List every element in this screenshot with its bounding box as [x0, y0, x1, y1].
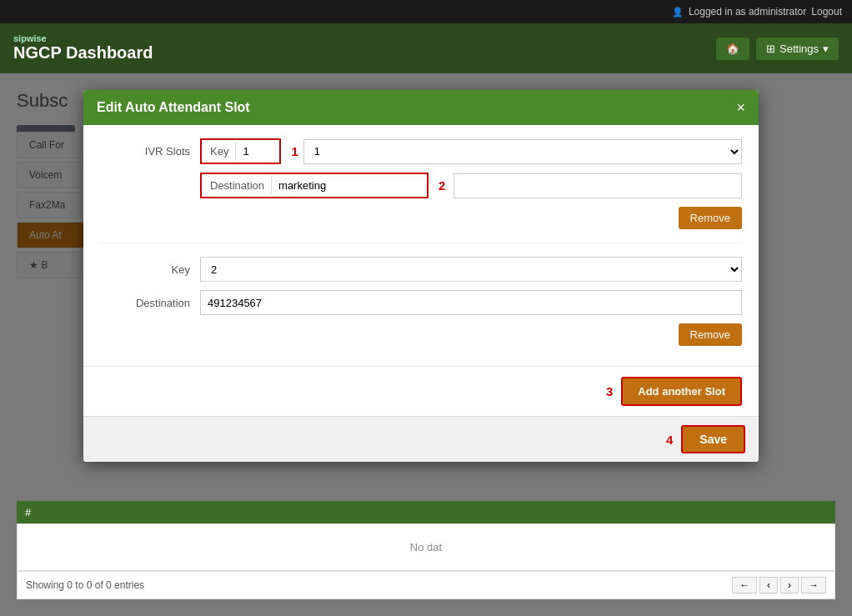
table-footer: Showing 0 to 0 of 0 entries ← ‹ › →: [17, 571, 835, 599]
slot1-key-select[interactable]: 0 1 2 3 4 5 6 7 8 9 * #: [303, 139, 742, 164]
ivr-slots-label: IVR Slots: [100, 145, 200, 158]
user-icon: 👤: [672, 7, 684, 18]
slot-divider: [100, 243, 742, 243]
annotation-3: 3: [606, 384, 613, 398]
slot1-dest-extra-input[interactable]: [454, 173, 742, 198]
pag-next[interactable]: ›: [780, 577, 799, 593]
add-slot-button[interactable]: Add another Slot: [621, 377, 742, 406]
header: sipwise NGCP Dashboard 🏠 ⊞ Settings ▾: [0, 23, 852, 73]
home-icon: 🏠: [726, 43, 739, 55]
table-no-data: No dat: [17, 523, 835, 571]
modal-edit-slot: Edit Auto Attendant Slot × IVR Slots Key…: [83, 90, 759, 462]
slot1-key-label: Key: [203, 142, 236, 161]
slot2-key-label: Key: [100, 263, 200, 276]
slot2-btn-row: Remove: [100, 323, 742, 346]
slot1-key-group: Key: [200, 138, 281, 164]
add-slot-row: 3 Add another Slot: [83, 366, 759, 416]
modal-header: Edit Auto Attendant Slot ×: [83, 90, 759, 125]
modal-close-button[interactable]: ×: [736, 100, 745, 115]
pag-prev[interactable]: ‹: [759, 577, 778, 593]
slot2-dest-label: Destination: [100, 297, 200, 309]
slot2-key-wrap: 0 1 2 3 4 5 6 7 8 9 * #: [200, 257, 742, 282]
slot2-remove-button[interactable]: Remove: [679, 323, 742, 346]
slot1-btn-row: Remove: [100, 207, 742, 229]
slot2-key-row: Key 0 1 2 3 4 5 6 7 8 9: [100, 257, 742, 282]
slot1-dest-input[interactable]: [272, 176, 425, 195]
save-button[interactable]: Save: [681, 425, 745, 453]
chevron-down-icon: ▾: [823, 43, 829, 55]
modal-footer: 4 Save: [83, 416, 759, 462]
table-header: #: [17, 501, 835, 523]
header-actions: 🏠 ⊞ Settings ▾: [716, 38, 839, 60]
settings-button[interactable]: ⊞ Settings ▾: [756, 38, 839, 60]
annotation-4: 4: [666, 433, 673, 447]
logout-link[interactable]: Logout: [811, 6, 842, 18]
brand-name: sipwise: [13, 34, 153, 43]
annotation-1: 1: [291, 144, 298, 158]
slot1-key-wrap: Key 1 0 1 2 3 4 5 6 7: [200, 138, 742, 164]
slots-scroll-area[interactable]: IVR Slots Key 1 0 1 2 3 4: [83, 125, 759, 366]
slot2-dest-input[interactable]: [200, 290, 742, 315]
slot1-destination-label: Destination: [203, 176, 272, 195]
slot2-key-select[interactable]: 0 1 2 3 4 5 6 7 8 9 * #: [200, 257, 742, 282]
ivr-slots-row: IVR Slots Key 1 0 1 2 3 4: [100, 138, 742, 164]
slot2-dest-wrap: [200, 290, 742, 315]
page-background: Subsc ← Back Call For Voicem Fax2Ma Auto…: [0, 73, 852, 616]
table-showing: Showing 0 to 0 of 0 entries: [26, 579, 144, 591]
settings-label: Settings: [779, 43, 819, 55]
modal-title: Edit Auto Attendant Slot: [97, 100, 250, 115]
pagination: ← ‹ › →: [732, 577, 826, 593]
slot1-dest-wrap: Destination 2: [200, 173, 742, 198]
slot1-dest-group: Destination: [200, 173, 429, 198]
pag-first[interactable]: ←: [732, 577, 757, 593]
slot1-key-input[interactable]: [236, 142, 278, 161]
user-text: Logged in as administrator: [689, 6, 806, 18]
annotation-2: 2: [439, 178, 445, 193]
settings-icon: ⊞: [766, 43, 775, 55]
top-bar: 👤 Logged in as administrator Logout: [0, 0, 852, 23]
app-title: NGCP Dashboard: [13, 43, 153, 63]
modal-body: IVR Slots Key 1 0 1 2 3 4: [83, 125, 759, 416]
background-table: # No dat Showing 0 to 0 of 0 entries ← ‹…: [17, 501, 835, 599]
slot1-dest-row: Destination 2: [100, 173, 742, 198]
slot2-dest-row: Destination: [100, 290, 742, 315]
logo: sipwise NGCP Dashboard: [13, 34, 153, 63]
home-button[interactable]: 🏠: [716, 38, 749, 60]
slot1-remove-button[interactable]: Remove: [679, 207, 742, 229]
pag-last[interactable]: →: [801, 577, 826, 593]
